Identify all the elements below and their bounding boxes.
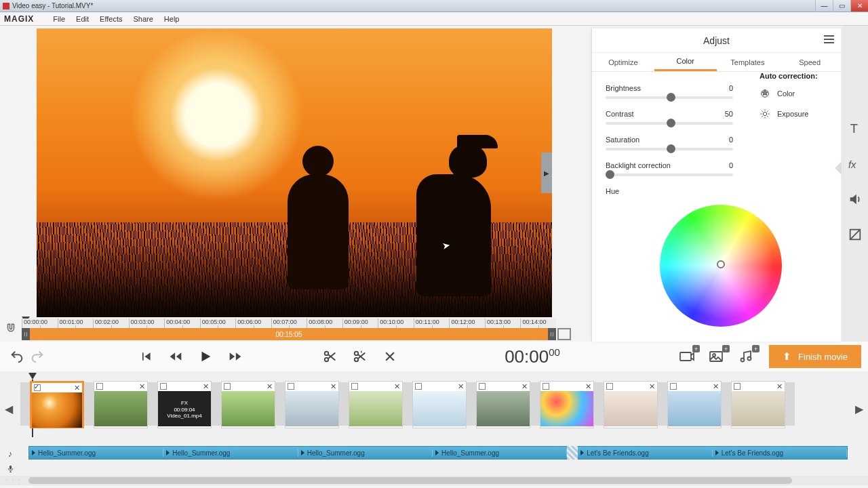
snap-magnet-icon[interactable] [1,319,20,339]
timeline-ruler[interactable]: 00:00:0000:01:0000:02:0000:03:0000:04:00… [22,319,556,328]
clip-checkbox[interactable] [542,383,549,390]
clip-checkbox[interactable] [96,383,103,390]
storyboard-scroll-right[interactable]: ▶ [850,371,868,446]
clip-remove-button[interactable]: ✕ [330,382,336,391]
transition-slot[interactable] [467,382,476,426]
tab-optimize[interactable]: Optimize [592,53,654,71]
clip-remove-button[interactable]: ✕ [521,382,528,391]
clip-item[interactable]: ✕ [731,381,785,428]
audio-segment[interactable]: Hello_Summer.ogg [163,449,298,457]
clip-checkbox[interactable] [224,383,231,390]
music-lane-icon[interactable]: ♪ [0,446,20,461]
clip-remove-button[interactable]: ✕ [203,382,209,391]
crop-tool-icon[interactable] [847,226,863,243]
clip-checkbox[interactable] [670,383,677,390]
mic-lane-icon[interactable] [0,461,20,476]
clip-item[interactable]: ✕ [476,381,530,428]
clip-checkbox[interactable] [479,383,486,390]
transition-slot[interactable] [275,382,285,426]
clip-item[interactable]: ✕ [30,381,84,428]
menu-help[interactable]: Help [159,14,185,24]
track-handle-right[interactable]: ┃┃ [548,328,556,340]
clip-remove-button[interactable]: ✕ [74,384,80,392]
redo-button[interactable] [27,346,47,367]
import-audio-button[interactable]: + [735,346,758,367]
storyboard-playhead[interactable] [28,373,37,380]
delete-button[interactable] [380,346,400,367]
import-image-button[interactable]: + [705,346,728,367]
video-preview[interactable]: ➤ ▶ [37,28,552,317]
clip-checkbox[interactable] [606,383,613,390]
audio-segment[interactable]: Let's Be Friends.ogg [713,449,847,457]
text-tool-icon[interactable]: T [847,121,863,137]
finish-movie-button[interactable]: ⬆ Finish movie [769,345,861,368]
clip-remove-button[interactable]: ✕ [394,382,400,391]
panel-expand-handle[interactable]: ▶ [541,152,552,193]
fx-tool-icon[interactable]: fx [847,156,863,172]
transition-slot[interactable] [594,382,604,426]
clip-checkbox[interactable] [415,383,422,390]
clip-item[interactable]: ✕ [540,381,594,428]
audio-segment[interactable]: Let's Be Friends.ogg [578,449,712,457]
undo-button[interactable] [7,346,27,367]
auto-color-button[interactable]: Color [760,88,841,99]
clip-item[interactable]: ✕ [221,381,275,428]
resize-grip[interactable]: ⋮⋮⋮ [4,478,22,484]
transition-slot[interactable] [339,382,349,426]
clip-checkbox[interactable] [34,384,41,391]
clip-item[interactable]: ✕ [412,381,467,428]
hue-picker-handle[interactable] [717,260,725,268]
menu-edit[interactable]: Edit [71,14,94,24]
brightness-slider[interactable] [606,96,733,99]
play-button[interactable] [195,346,216,367]
skip-start-button[interactable] [136,346,156,367]
auto-exposure-button[interactable]: Exposure [760,108,841,119]
clip-item[interactable]: ✕ [349,381,403,428]
close-button[interactable]: ✕ [850,0,868,12]
cut-button[interactable] [350,346,370,367]
menu-effects[interactable]: Effects [94,14,127,24]
music-track[interactable]: Hello_Summer.oggHello_Summer.oggHello_Su… [28,446,848,460]
track-handle-left[interactable]: ┃┃ [22,328,30,340]
transition-slot[interactable] [658,382,667,426]
transition-slot[interactable] [20,382,30,426]
transition-slot[interactable] [530,382,540,426]
menu-file[interactable]: File [47,14,71,24]
clip-checkbox[interactable] [288,383,294,390]
clip-remove-button[interactable]: ✕ [139,382,145,391]
transition-slot[interactable] [403,382,412,426]
backlight-slider[interactable] [606,174,733,176]
transition-slot[interactable] [148,382,157,426]
split-button[interactable] [320,346,340,367]
clip-checkbox[interactable] [734,383,741,390]
clip-remove-button[interactable]: ✕ [713,382,719,391]
audio-segment[interactable]: Hello_Summer.ogg [433,449,567,457]
maximize-button[interactable]: ▭ [833,0,850,12]
tab-color[interactable]: Color [654,53,717,71]
contrast-slider[interactable] [606,122,733,125]
clip-checkbox[interactable] [160,383,167,390]
saturation-slider[interactable] [606,148,733,150]
horizontal-scrollbar[interactable] [0,476,868,485]
clip-item[interactable]: ✕ [667,381,722,428]
clip-item[interactable]: ✕ [604,381,658,428]
clip-remove-button[interactable]: ✕ [458,382,464,391]
clip-remove-button[interactable]: ✕ [585,382,591,391]
transition-slot[interactable] [212,382,221,426]
fullscreen-button[interactable] [557,328,571,340]
storyboard-scroll-left[interactable]: ◀ [0,371,18,446]
clip-remove-button[interactable]: ✕ [776,382,783,391]
clip-item[interactable]: ✕ [285,381,339,428]
clip-item[interactable]: ✕ [94,381,148,428]
import-video-button[interactable]: + [675,346,698,367]
tab-speed[interactable]: Speed [778,53,841,71]
track-duration[interactable]: 00:15:05 [30,328,548,340]
audio-tool-icon[interactable] [847,191,863,207]
transition-slot[interactable] [785,382,795,426]
clip-item[interactable]: ✕FX00:09:04Video_01.mp4 [157,381,212,428]
minimize-button[interactable]: — [815,0,833,12]
timeline-track[interactable]: ┃┃ 00:15:05 ┃┃ [22,328,556,340]
tab-templates[interactable]: Templates [717,53,779,71]
clip-remove-button[interactable]: ✕ [649,382,655,391]
audio-segment[interactable]: Hello_Summer.ogg [298,449,433,457]
